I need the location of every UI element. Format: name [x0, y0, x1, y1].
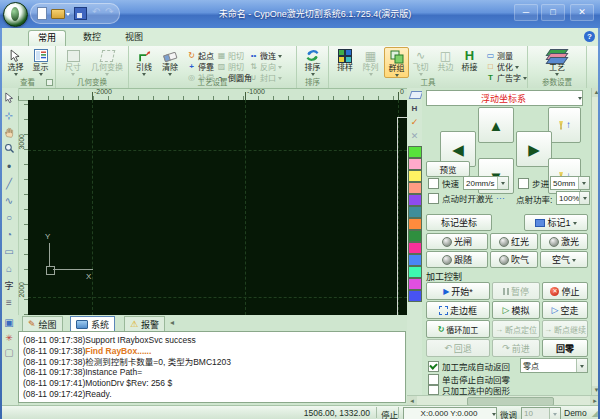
group-button[interactable]: 群组 [384, 47, 409, 78]
lead-line-button[interactable]: 引线 [132, 47, 156, 76]
pause-button[interactable]: 暂停 [492, 282, 540, 300]
female-cut-button[interactable]: ▨阴切 [217, 61, 244, 72]
coord-system-combo[interactable]: 浮动坐标系 [426, 90, 583, 106]
layer-color-swatch[interactable] [408, 266, 422, 278]
snapshot-tool[interactable]: ▣ [2, 316, 16, 330]
layer-color-swatch[interactable] [408, 146, 422, 158]
align-tool[interactable]: ≡ [2, 296, 16, 310]
more-dots-icon[interactable]: ⋯ [496, 193, 505, 203]
simulate-button[interactable]: ▷模拟 [492, 301, 540, 319]
micro-joint-button[interactable]: ••微连 [249, 50, 282, 61]
coordinate-tool[interactable]: ⊹ [2, 109, 16, 123]
walk-frame-button[interactable]: 走边框 [426, 301, 490, 319]
craft-button[interactable]: 工艺 [543, 47, 571, 76]
measure-button[interactable]: ▭测量 [486, 50, 513, 61]
layer-color-swatch[interactable] [408, 194, 422, 206]
layer-color-swatch[interactable] [408, 254, 422, 266]
laser-button[interactable]: 激光 [540, 233, 588, 250]
layer-color-swatch[interactable] [408, 230, 422, 242]
polygon-tool[interactable]: ⌂ [2, 262, 16, 276]
layer-color-swatch[interactable] [408, 278, 422, 290]
cancel-x-icon[interactable]: ✕ [408, 130, 421, 143]
breakpoint-locate-button[interactable]: →断点定位 [492, 320, 540, 338]
only-selected-checkbox[interactable]: 只加工选中的图形 [428, 384, 510, 395]
co-edge-button[interactable]: ◫ 共边 [434, 47, 457, 72]
line-tool[interactable]: ╱ [2, 177, 16, 191]
fast-checkbox[interactable]: 快速 [428, 177, 459, 189]
layer-color-swatch[interactable] [408, 218, 422, 230]
redo-icon[interactable]: ↷ [105, 6, 113, 18]
layer-color-swatch[interactable] [408, 182, 422, 194]
clear-button[interactable]: 清除 [158, 47, 182, 76]
optimize-button[interactable]: □优化 [486, 61, 519, 72]
transform-button[interactable]: 几何变换 [89, 47, 125, 76]
page-tool[interactable]: ▢ [2, 346, 16, 360]
step-checkbox[interactable]: 步进 [518, 177, 549, 189]
layer-color-swatch[interactable] [408, 158, 422, 170]
zoom-tool[interactable] [2, 143, 16, 157]
drawing-canvas[interactable]: Y X [28, 100, 407, 315]
blow-button[interactable]: 吹气 [490, 251, 538, 268]
male-cut-button[interactable]: ▦阳切 [217, 50, 244, 61]
red-light-button[interactable]: 红光 [490, 233, 538, 250]
save-icon[interactable] [74, 7, 87, 20]
open-dropdown-caret[interactable] [66, 13, 70, 16]
point-tool[interactable]: • [2, 160, 16, 174]
dry-run-button[interactable]: ▷空走 [542, 301, 588, 319]
tab-scroll-icon[interactable]: ◂ [170, 318, 174, 327]
jog-up-button[interactable]: ▲ [478, 107, 514, 143]
reverse-button[interactable]: ⇅反向 [249, 61, 282, 72]
jog-right-button[interactable]: ▶ [516, 131, 552, 167]
apply-check-icon[interactable]: ✓ [408, 116, 421, 129]
tab-alarm[interactable]: ⚠报警 [124, 316, 165, 332]
step-distance-combo[interactable]: 50mm [550, 176, 590, 190]
jog-laser-checkbox[interactable]: 点动时开激光⋯ [428, 192, 505, 204]
shutter-button[interactable]: 光闸 [426, 233, 488, 250]
dock-button[interactable]: +停靠 [187, 61, 214, 72]
tab-view[interactable]: 视图 [116, 30, 152, 45]
size-button[interactable]: 尺寸 [61, 47, 85, 76]
nest-button[interactable]: 排样 [333, 47, 357, 72]
go-zero-button[interactable]: 回零 [542, 339, 588, 357]
system-log[interactable]: (08-11 09:17:38)Support IRayboxSvc succe… [18, 331, 406, 403]
tab-system[interactable]: 系统 [70, 316, 115, 332]
arc-tool[interactable]: ◔ [2, 228, 16, 242]
layer-color-swatch[interactable] [408, 206, 422, 218]
minimize-button[interactable]: ─ [514, 4, 538, 21]
loop-machining-button[interactable]: ↻循环加工 [426, 320, 490, 338]
tab-draw[interactable]: ✎绘图 [22, 316, 63, 332]
sort-button[interactable]: 排序 [300, 47, 325, 76]
mark-coord-button[interactable]: 标记坐标 [426, 214, 492, 231]
open-file-icon[interactable] [51, 9, 65, 19]
rect-tool[interactable]: ▭ [2, 245, 16, 259]
maximize-button[interactable]: □ [541, 4, 565, 21]
stop-button[interactable]: ✕停止 [542, 282, 588, 300]
layer-color-swatch[interactable] [408, 242, 422, 254]
close-button[interactable]: ✕ [570, 4, 594, 21]
burst-power-combo[interactable]: 100% [556, 191, 590, 205]
app-logo-icon[interactable] [3, 2, 28, 27]
mark1-button[interactable]: 标记1 [524, 214, 588, 231]
undo-icon[interactable]: ↶ [92, 6, 100, 18]
circle-tool[interactable]: ○ [2, 211, 16, 225]
start-button[interactable]: ▶开始* [426, 282, 490, 300]
fly-cut-button[interactable]: ∿ 飞切 [409, 47, 432, 76]
curve-tool[interactable]: ∿ [2, 194, 16, 208]
text-tool[interactable]: 字 [2, 279, 16, 293]
select-button[interactable]: 选择 [4, 47, 27, 76]
new-file-icon[interactable] [37, 7, 47, 20]
layer-move-icon[interactable]: H [408, 102, 421, 115]
preview-button[interactable]: 预览 [426, 161, 470, 177]
tab-nc[interactable]: 数控 [74, 30, 110, 45]
array-button[interactable]: ▦ 阵列 [359, 47, 382, 76]
breakpoint-resume-button[interactable]: →断点继续 [542, 320, 588, 338]
brush-tool[interactable]: ✳ [2, 331, 16, 345]
return-point-combo[interactable]: 零点 [520, 358, 588, 373]
fine-tune-combo[interactable]: 10 [521, 407, 561, 419]
help-icon[interactable]: ? [584, 31, 595, 42]
bridge-button[interactable]: H 桥接 [458, 47, 481, 72]
select-tool[interactable] [2, 92, 16, 106]
auto-return-checkbox[interactable]: 加工完成自动返回 [428, 360, 510, 372]
view-group-launcher[interactable] [46, 79, 53, 86]
follow-button[interactable]: 跟随 [426, 251, 488, 268]
